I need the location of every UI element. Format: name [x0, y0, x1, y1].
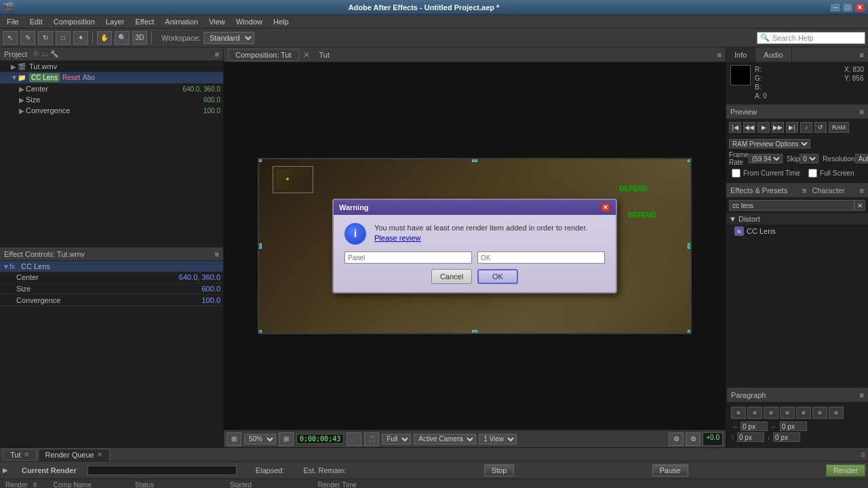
indent-input2[interactable]	[780, 422, 807, 431]
menu-layer[interactable]: Layer	[102, 16, 129, 27]
search-help-box[interactable]: 🔍 Search Help	[757, 32, 865, 44]
size-value[interactable]: 600.0	[203, 96, 220, 104]
info-menu[interactable]: ≡	[856, 51, 868, 59]
menu-edit[interactable]: Edit	[26, 16, 47, 27]
from-current-checkbox[interactable]	[732, 169, 741, 178]
align-justify-center[interactable]: ≡	[796, 407, 811, 419]
reset-button[interactable]: Reset	[62, 74, 80, 81]
align-center[interactable]: ≡	[747, 407, 762, 419]
audio-tab[interactable]: Audio	[755, 47, 791, 62]
ram-preview-options-select[interactable]: RAM Preview Options	[729, 139, 810, 148]
camera-select[interactable]: Active Camera	[414, 434, 476, 445]
tree-expand[interactable]: ▶	[11, 63, 18, 70]
time-display[interactable]: 0;00;00;43	[296, 434, 344, 444]
render-button[interactable]: Render	[826, 464, 865, 476]
resolution-select[interactable]: Auto	[855, 154, 868, 163]
skip-select[interactable]: 0	[800, 154, 818, 163]
char-menu[interactable]: ≡	[860, 186, 864, 195]
effects-search-input[interactable]	[729, 200, 854, 211]
project-item-convergence[interactable]: ▶ Convergence 100.0	[0, 105, 223, 116]
dialog-close-button[interactable]: ✕	[601, 203, 610, 212]
menu-help[interactable]: Help	[269, 16, 293, 27]
toolbar-pen[interactable]: ✎	[20, 31, 35, 45]
prev-forward[interactable]: ▶▶	[772, 122, 784, 133]
stop-button[interactable]: Stop	[484, 464, 515, 476]
comp-close[interactable]: ✕	[303, 50, 310, 60]
align-justify-left[interactable]: ≡	[780, 407, 795, 419]
project-item-tut[interactable]: ▶ 🎬 Tut.wmv	[0, 61, 223, 72]
comp-tab[interactable]: Composition: Tut	[228, 49, 299, 61]
full-screen-checkbox[interactable]	[808, 169, 817, 178]
dialog-input2[interactable]	[477, 251, 605, 264]
tl-tab-renderqueue[interactable]: Render Queue ✕	[38, 449, 110, 461]
effects-search-clear[interactable]: ✕	[854, 200, 865, 211]
toolbar-rect[interactable]: □	[56, 31, 71, 45]
toolbar-arrow[interactable]: ↖	[3, 31, 18, 45]
comp-tb-mic[interactable]: 🎵	[364, 432, 379, 446]
pause-button[interactable]: Pause	[652, 464, 688, 476]
toolbar-zoom-tool[interactable]: 🔍	[115, 31, 130, 45]
space-input1[interactable]	[737, 432, 764, 442]
menu-effect[interactable]: Effect	[131, 16, 158, 27]
minimize-button[interactable]: ─	[830, 3, 841, 12]
project-item-size[interactable]: ▶ Size 600.0	[0, 94, 223, 105]
zoom-select[interactable]: 50%	[244, 434, 276, 445]
framerate-select[interactable]: (59.94)	[749, 154, 783, 163]
effect-row-cclens[interactable]: ▼ fx CC Lens	[0, 261, 223, 272]
maximize-button[interactable]: □	[842, 3, 853, 12]
preview-menu[interactable]: ≡	[860, 108, 864, 116]
menu-composition[interactable]: Composition	[50, 16, 99, 27]
prev-first[interactable]: |◀	[729, 122, 741, 133]
tl-tab-tut[interactable]: Tut ✕	[3, 449, 37, 461]
fx-expand[interactable]: ▼	[3, 263, 9, 270]
prev-last[interactable]: ▶|	[786, 122, 798, 133]
project-item-cclens[interactable]: ▼ 📁 CC Lens Reset Abo	[0, 72, 223, 83]
align-left[interactable]: ≡	[731, 407, 746, 419]
project-item-center[interactable]: ▶ Center 640.0, 360.0	[0, 83, 223, 94]
dialog-link[interactable]: Please review	[374, 234, 420, 242]
expand3[interactable]: ▶	[19, 85, 26, 93]
toolbar-star[interactable]: ✦	[73, 31, 88, 45]
comp-tb-r2[interactable]: ⚙	[686, 432, 701, 446]
prev-audio[interactable]: ♪	[800, 122, 812, 133]
prev-ram[interactable]: RAM	[829, 122, 849, 133]
toolbar-3d[interactable]: 3D	[132, 31, 147, 45]
convergence-value[interactable]: 100.0	[203, 107, 220, 115]
tl-tab-tut-close[interactable]: ✕	[24, 451, 29, 458]
info-tab[interactable]: Info	[726, 47, 755, 62]
para-menu[interactable]: ≡	[860, 391, 864, 399]
comp-tb-snap[interactable]: ⊞	[226, 432, 241, 446]
comp-tb-r1[interactable]: ⚙	[669, 432, 684, 446]
expand5[interactable]: ▶	[19, 107, 26, 115]
workspace-select[interactable]: Standard	[203, 32, 254, 44]
fx-convergence-value[interactable]: 100.0	[201, 296, 220, 304]
prev-loop[interactable]: ↺	[814, 122, 827, 133]
fx-convergence-row[interactable]: Convergence 100.0	[0, 295, 223, 306]
fx-size-row[interactable]: Size 600.0	[0, 283, 223, 295]
fx-center-row[interactable]: Center 640.0, 360.0	[0, 272, 223, 283]
toolbar-rotate[interactable]: ↻	[38, 31, 53, 45]
character-tab[interactable]: Character	[812, 186, 844, 195]
menu-window[interactable]: Window	[232, 16, 267, 27]
comp-tb-grid[interactable]: ⊞	[279, 432, 294, 446]
effects-cclens-item[interactable]: fx CC Lens	[726, 225, 868, 238]
dialog-ok-button[interactable]: OK	[477, 269, 518, 284]
effect-menu-icon[interactable]: ≡	[215, 250, 219, 258]
tl-menu-icon[interactable]: ≡	[861, 450, 865, 460]
from-current-time-check[interactable]: From Current Time Full Screen	[729, 167, 865, 179]
dialog-cancel-button[interactable]: Cancel	[431, 269, 472, 284]
tree-expand-folder[interactable]: ▼	[11, 74, 18, 81]
menu-view[interactable]: View	[205, 16, 229, 27]
effects-distort-category[interactable]: ▼ Distort	[726, 214, 868, 225]
expand4[interactable]: ▶	[19, 96, 26, 104]
project-menu-icon[interactable]: ≡	[215, 50, 219, 58]
menu-file[interactable]: File	[3, 16, 23, 27]
views-select[interactable]: 1 View	[479, 434, 517, 445]
indent-input1[interactable]	[741, 422, 768, 431]
comp-tb-cam[interactable]: 🎥	[347, 432, 361, 446]
tl-tab-rq-close[interactable]: ✕	[97, 451, 102, 458]
prev-play[interactable]: ▶	[757, 122, 770, 133]
effects-menu[interactable]: ≡	[802, 186, 806, 195]
align-justify-right[interactable]: ≡	[812, 407, 827, 419]
prev-back[interactable]: ◀◀	[743, 122, 755, 133]
